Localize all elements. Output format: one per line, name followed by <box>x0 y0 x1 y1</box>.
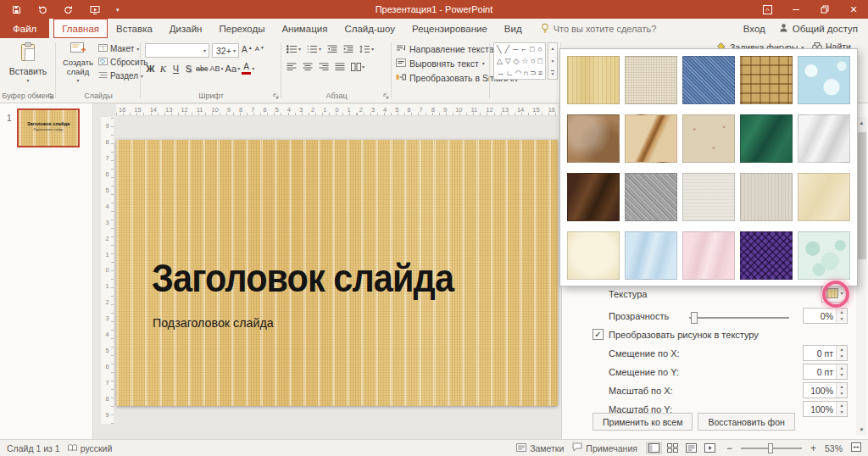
spinbox-arrows[interactable]: ▲▼ <box>836 383 847 398</box>
shape-icon[interactable]: ╲ <box>497 43 501 55</box>
tab-file[interactable]: Файл <box>0 19 49 38</box>
texture-swatch[interactable] <box>740 231 793 280</box>
spinbox-arrows[interactable]: ▲▼ <box>836 402 847 416</box>
texture-swatch[interactable] <box>625 114 677 163</box>
bullets-icon[interactable]: ▾ <box>287 45 301 53</box>
format-option-spinbox[interactable]: 0 пт ▲▼ <box>803 364 848 380</box>
font-name-combobox[interactable]: ▾ <box>145 43 209 58</box>
undo-icon[interactable] <box>37 5 47 14</box>
shape-icon[interactable]: ▽ <box>505 55 511 67</box>
change-case-button[interactable]: Аа▾ <box>225 61 241 75</box>
shape-icon[interactable]: ∩ <box>523 67 528 79</box>
justify-icon[interactable] <box>335 63 345 71</box>
slide-subtitle[interactable]: Подзаголовок слайда <box>153 315 274 330</box>
horizontal-ruler[interactable]: 1615141312111098765432101234567891011121… <box>116 104 558 116</box>
shape-icon[interactable]: ╱ <box>505 43 509 55</box>
slide-thumbnail[interactable]: Заголовок слайда Подзаголовок слайда <box>17 108 80 147</box>
texture-swatch[interactable] <box>740 173 793 221</box>
customize-qat-icon[interactable]: ▾ <box>116 7 120 13</box>
shape-icon[interactable]: ∟ <box>506 67 514 79</box>
fit-to-window-icon[interactable] <box>851 442 861 453</box>
reading-view-icon[interactable] <box>683 442 699 454</box>
zoom-in-icon[interactable]: + <box>810 443 816 453</box>
transparency-spinner-arrows[interactable]: ▲▼ <box>836 309 847 323</box>
texture-swatch[interactable] <box>798 231 850 280</box>
shape-icon[interactable]: ☆ <box>521 55 528 67</box>
spinbox-value[interactable]: 100% <box>804 404 836 414</box>
vertical-ruler[interactable]: 9876543210123456789 <box>101 117 114 424</box>
strikethrough-button[interactable]: abc <box>196 61 209 75</box>
texture-swatch[interactable] <box>740 114 793 163</box>
spin-up-icon[interactable]: ▲ <box>840 309 844 316</box>
indent-increase-icon[interactable] <box>343 45 353 53</box>
indent-decrease-icon[interactable] <box>327 45 337 53</box>
texture-swatch[interactable] <box>567 114 620 163</box>
start-slideshow-icon[interactable] <box>90 5 100 14</box>
texture-swatch[interactable] <box>682 231 735 280</box>
spin-down-icon[interactable]: ▼ <box>840 316 844 323</box>
tab-home[interactable]: Главная <box>53 19 108 38</box>
texture-swatch[interactable] <box>625 231 677 280</box>
spin-up-icon[interactable]: ▲ <box>840 365 844 372</box>
shapes-gallery-scrollbar[interactable]: ▲ ▼ ▼ <box>548 42 558 80</box>
texture-swatch[interactable] <box>798 56 850 104</box>
character-spacing-button[interactable]: АВ▾ <box>210 61 224 75</box>
tab-design[interactable]: Дизайн <box>161 19 211 38</box>
reset-background-button[interactable]: Восстановить фон <box>698 413 794 431</box>
spinbox-value[interactable]: 100% <box>804 386 836 396</box>
comments-button[interactable]: Примечания <box>572 442 637 453</box>
columns-icon[interactable]: ▾ <box>351 63 364 71</box>
slideshow-view-icon[interactable] <box>702 442 718 454</box>
pane-scrollbar-thumb[interactable] <box>857 132 866 259</box>
tab-animations[interactable]: Анимация <box>273 19 336 38</box>
normal-view-icon[interactable] <box>646 442 662 454</box>
shape-icon[interactable]: ○ <box>538 43 542 55</box>
shapes-scroll-up-icon[interactable]: ▲ <box>551 46 555 51</box>
shapes-more-icon[interactable]: ▼ <box>551 70 555 76</box>
texture-swatch[interactable] <box>625 173 677 221</box>
paragraph-dialog-launcher-icon[interactable] <box>383 93 389 99</box>
shape-icon[interactable]: □ <box>530 43 534 55</box>
zoom-slider[interactable] <box>741 448 802 449</box>
texture-swatch[interactable] <box>682 114 735 163</box>
font-color-button[interactable]: А ▾ <box>242 61 254 75</box>
shape-icon[interactable]: ≡ <box>538 67 542 79</box>
texture-swatch[interactable] <box>567 56 620 104</box>
spin-down-icon[interactable]: ▼ <box>840 372 844 379</box>
transparency-slider-thumb[interactable] <box>691 312 698 324</box>
spin-down-icon[interactable]: ▼ <box>840 391 844 398</box>
shapes-gallery[interactable]: ╲╱─⌐□○ △▽◇☆○□ ↔∟◠∩⊃≡ <box>493 42 546 80</box>
spin-up-icon[interactable]: ▲ <box>840 347 844 353</box>
slide-canvas[interactable]: Заголовок слайда Подзаголовок слайда <box>116 140 558 406</box>
texture-swatch[interactable] <box>798 173 850 221</box>
shrink-font-icon[interactable]: А▼ <box>255 43 264 58</box>
shape-icon[interactable]: ○ <box>531 55 535 67</box>
align-left-icon[interactable] <box>287 63 297 71</box>
transparency-slider[interactable] <box>689 317 789 319</box>
spin-down-icon[interactable]: ▼ <box>840 409 844 416</box>
save-icon[interactable] <box>12 5 21 14</box>
spin-up-icon[interactable]: ▲ <box>840 384 844 391</box>
text-shadow-button[interactable]: S <box>183 61 194 75</box>
font-dialog-launcher-icon[interactable] <box>273 93 279 99</box>
tile-as-texture-checkbox-row[interactable]: ✓ Преобразовать рисунок в текстуру <box>593 329 759 340</box>
tile-as-texture-checkbox[interactable]: ✓ <box>593 329 604 340</box>
tab-review[interactable]: Рецензирование <box>403 19 496 38</box>
format-option-spinbox[interactable]: 100% ▲▼ <box>803 382 848 398</box>
shape-icon[interactable]: ⊃ <box>530 67 537 79</box>
sign-in-button[interactable]: Вход <box>733 19 776 38</box>
texture-swatch[interactable] <box>567 173 620 221</box>
paste-button[interactable]: Вставить ▾ <box>7 42 49 83</box>
restore-icon[interactable] <box>810 0 839 19</box>
texture-swatch[interactable] <box>682 56 735 104</box>
ribbon-display-options-icon[interactable] <box>753 0 782 19</box>
shape-icon[interactable]: ⌐ <box>522 43 526 55</box>
numbering-icon[interactable]: ▾ <box>307 45 321 53</box>
shape-icon[interactable]: ◇ <box>514 55 520 67</box>
align-center-icon[interactable] <box>303 63 313 71</box>
shapes-scroll-down-icon[interactable]: ▼ <box>551 58 555 64</box>
zoom-slider-thumb[interactable] <box>768 443 773 453</box>
language-status[interactable]: русский <box>68 443 113 453</box>
notes-button[interactable]: Заметки <box>516 443 564 453</box>
shape-icon[interactable]: □ <box>538 55 542 67</box>
